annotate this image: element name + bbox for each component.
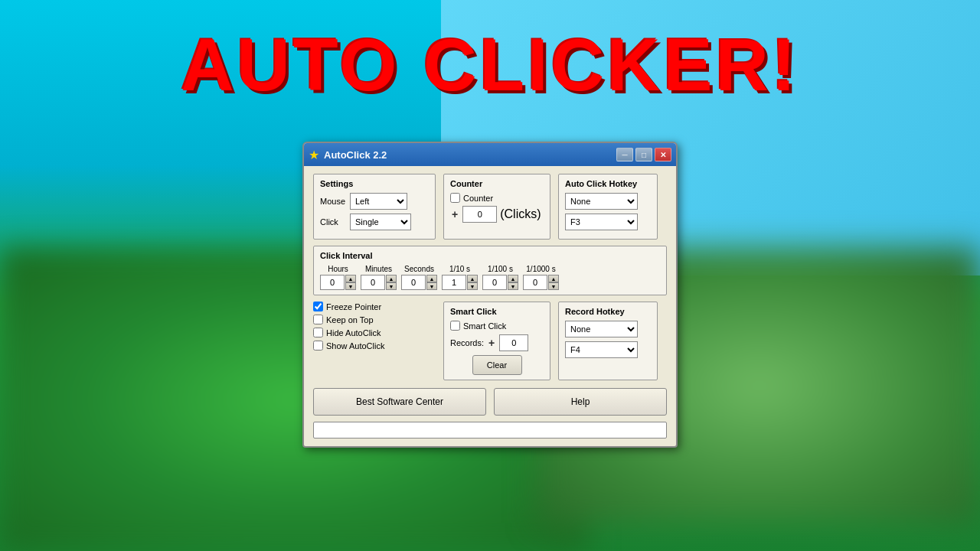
freeze-pointer-label[interactable]: Freeze Pointer — [313, 302, 436, 311]
hundredth-label: 1/100 s — [488, 265, 513, 273]
hotkey-none-row: None Ctrl Alt Shift — [565, 193, 651, 210]
hundredth-col: 1/100 s ▲ ▼ — [482, 265, 518, 290]
hours-col: Hours ▲ ▼ — [320, 265, 356, 290]
page-title: AUTO CLICKER! — [0, 23, 980, 107]
smart-click-checkbox-label[interactable]: Smart Click — [450, 321, 544, 331]
hours-input[interactable] — [320, 275, 345, 290]
thousandth-col: 1/1000 s ▲ ▼ — [523, 265, 559, 290]
thousandth-spin: ▲ ▼ — [523, 275, 559, 290]
left-checks: Freeze Pointer Keep on Top Hide AutoClic… — [313, 302, 436, 380]
counter-checkbox-row: Counter — [450, 193, 544, 203]
hotkey-modifier-select[interactable]: None Ctrl Alt Shift — [565, 193, 638, 210]
bottom-row: Freeze Pointer Keep on Top Hide AutoClic… — [313, 302, 667, 380]
tenth-down[interactable]: ▼ — [467, 282, 478, 290]
hide-autoclicker-checkbox[interactable] — [313, 328, 323, 337]
minimize-button[interactable]: ─ — [616, 148, 633, 161]
counter-section-label: Counter — [450, 179, 544, 188]
mouse-field-row: Mouse Left Right Middle — [320, 193, 429, 210]
hundredth-up[interactable]: ▲ — [508, 275, 518, 282]
keep-on-top-label[interactable]: Keep on Top — [313, 315, 436, 324]
smart-click-text: Smart Click — [463, 321, 506, 331]
clicks-label: (Clicks) — [500, 207, 541, 221]
hours-spin: ▲ ▼ — [320, 275, 356, 290]
record-modifier-select[interactable]: None Ctrl Alt Shift — [565, 321, 638, 337]
minutes-spin: ▲ ▼ — [361, 275, 397, 290]
counter-value-row: + (Clicks) — [450, 206, 544, 223]
hide-autoclicker-label[interactable]: Hide AutoClick — [313, 328, 436, 337]
window-title: AutoClick 2.2 — [324, 149, 614, 161]
tenth-up[interactable]: ▲ — [467, 275, 478, 282]
seconds-label: Seconds — [404, 265, 434, 273]
settings-section: Settings Mouse Left Right Middle Click S… — [313, 174, 436, 240]
minutes-label: Minutes — [365, 265, 392, 273]
minutes-down[interactable]: ▼ — [386, 282, 397, 290]
seconds-up[interactable]: ▲ — [426, 275, 437, 282]
freeze-pointer-text: Freeze Pointer — [326, 302, 381, 311]
minutes-input[interactable] — [361, 275, 385, 290]
tenth-col: 1/10 s ▲ ▼ — [442, 265, 478, 290]
record-hotkey-label: Record Hotkey — [565, 307, 651, 316]
app-icon: ★ — [309, 148, 319, 162]
counter-input[interactable] — [462, 206, 497, 223]
hundredth-spin-buttons: ▲ ▼ — [508, 275, 518, 290]
show-autoclicker-label[interactable]: Show AutoClick — [313, 341, 436, 350]
auto-hotkey-label: Auto Click Hotkey — [565, 179, 651, 188]
mouse-label: Mouse — [320, 197, 347, 206]
seconds-spin-buttons: ▲ ▼ — [426, 275, 437, 290]
tenth-spin: ▲ ▼ — [442, 275, 478, 290]
help-button[interactable]: Help — [494, 388, 667, 416]
hundredth-down[interactable]: ▼ — [508, 282, 518, 290]
hours-up[interactable]: ▲ — [345, 275, 356, 282]
counter-checkbox-label[interactable]: Counter — [450, 193, 493, 203]
seconds-col: Seconds ▲ ▼ — [401, 265, 437, 290]
records-row: Records: + — [450, 334, 544, 351]
records-input[interactable] — [499, 334, 528, 351]
thousandth-down[interactable]: ▼ — [548, 282, 559, 290]
interval-label: Click Interval — [320, 251, 660, 260]
records-plus[interactable]: + — [488, 337, 495, 349]
best-software-button[interactable]: Best Software Center — [313, 388, 486, 416]
seconds-down[interactable]: ▼ — [426, 282, 437, 290]
tenth-spin-buttons: ▲ ▼ — [467, 275, 478, 290]
settings-label: Settings — [320, 179, 429, 188]
top-row: Settings Mouse Left Right Middle Click S… — [313, 174, 667, 240]
tenth-input[interactable] — [442, 275, 466, 290]
hotkey-key-select[interactable]: F1F2F3 F4F5F6 F7F8F9 F10F11F12 — [565, 214, 638, 230]
hide-autoclicker-text: Hide AutoClick — [326, 328, 381, 337]
hundredth-input[interactable] — [482, 275, 507, 290]
maximize-button[interactable]: □ — [635, 148, 652, 161]
status-bar — [313, 422, 667, 439]
mouse-select[interactable]: Left Right Middle — [350, 193, 407, 210]
minutes-col: Minutes ▲ ▼ — [361, 265, 397, 290]
record-hotkey-section: Record Hotkey None Ctrl Alt Shift F1F2F3… — [558, 302, 658, 380]
close-button[interactable]: ✕ — [655, 148, 671, 161]
records-label: Records: — [450, 338, 484, 347]
counter-section: Counter Counter + (Clicks) — [443, 174, 550, 240]
thousandth-label: 1/1000 s — [526, 265, 555, 273]
hours-down[interactable]: ▼ — [345, 282, 356, 290]
counter-checkbox[interactable] — [450, 193, 460, 203]
thousandth-input[interactable] — [523, 275, 547, 290]
titlebar: ★ AutoClick 2.2 ─ □ ✕ — [304, 143, 676, 166]
seconds-input[interactable] — [401, 275, 426, 290]
auto-hotkey-section: Auto Click Hotkey None Ctrl Alt Shift F1… — [558, 174, 658, 240]
hours-spin-buttons: ▲ ▼ — [345, 275, 356, 290]
window-body: Settings Mouse Left Right Middle Click S… — [304, 166, 676, 446]
keep-on-top-checkbox[interactable] — [313, 315, 323, 324]
smart-click-label: Smart Click — [450, 307, 544, 316]
tenth-label: 1/10 s — [449, 265, 470, 273]
thousandth-up[interactable]: ▲ — [548, 275, 559, 282]
minutes-up[interactable]: ▲ — [386, 275, 397, 282]
clear-button[interactable]: Clear — [472, 355, 522, 375]
record-key-select[interactable]: F1F2F3 F4F5F6 F7F8F9 F10F11F12 — [565, 341, 638, 358]
counter-plus[interactable]: + — [452, 208, 458, 220]
show-autoclicker-checkbox[interactable] — [313, 341, 323, 350]
counter-label: Counter — [463, 194, 493, 203]
freeze-pointer-checkbox[interactable] — [313, 302, 323, 311]
thousandth-spin-buttons: ▲ ▼ — [548, 275, 559, 290]
smart-click-checkbox[interactable] — [450, 321, 460, 331]
click-select[interactable]: Single Double Triple — [350, 214, 411, 230]
hundredth-spin: ▲ ▼ — [482, 275, 518, 290]
interval-cols: Hours ▲ ▼ Minutes ▲ — [320, 265, 660, 290]
record-key-row: F1F2F3 F4F5F6 F7F8F9 F10F11F12 — [565, 341, 651, 358]
